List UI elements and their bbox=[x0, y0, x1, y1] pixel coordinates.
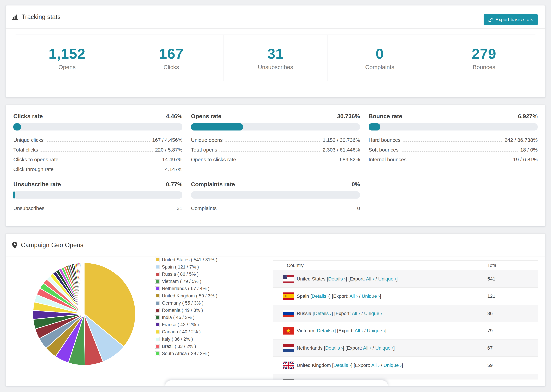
rate-row: Hard bounces242 / 86.738% bbox=[369, 135, 538, 145]
stat-label: Complaints bbox=[365, 64, 394, 70]
stats-summary-row: 1,152Opens167Clicks31Unsubscribes0Compla… bbox=[15, 35, 536, 81]
export-unique-link[interactable]: Unique › bbox=[378, 276, 396, 281]
tracking-stats-header: Tracking stats Export basic stats bbox=[6, 6, 545, 29]
opens-rate-block: Opens rate30.736%Unique opens1,152 / 30.… bbox=[191, 113, 360, 174]
export-unique-link[interactable]: Unique › bbox=[362, 294, 380, 299]
rate-header: Clicks rate4.46% bbox=[13, 113, 182, 119]
rate-row-value: 31 bbox=[177, 205, 182, 211]
legend-item: Germany ( 55 / 3% ) bbox=[155, 300, 217, 307]
clicks-rate-block: Clicks rate4.46%Unique clicks167 / 4.456… bbox=[13, 113, 182, 174]
stat-box-unsubscribes: 31Unsubscribes bbox=[224, 35, 328, 81]
rate-row-value: 4.147% bbox=[165, 166, 182, 172]
stat-box-complaints: 0Complaints bbox=[328, 35, 432, 81]
export-button-label: Export basic stats bbox=[495, 17, 533, 22]
stat-box-bounces: 279Bounces bbox=[432, 35, 536, 81]
rate-row: Total opens2,303 / 61.446% bbox=[191, 145, 360, 155]
details-link[interactable]: Details › bbox=[328, 276, 346, 281]
rate-row-value: 242 / 86.738% bbox=[505, 137, 538, 143]
rate-row-value: 2,303 / 61.446% bbox=[323, 147, 360, 153]
rate-row: Internal bounces19 / 6.81% bbox=[369, 155, 538, 165]
dotted-leader bbox=[46, 141, 150, 142]
rate-row-label: Unsubscribes bbox=[13, 205, 44, 211]
rate-value: 0.77% bbox=[166, 181, 182, 188]
legend-swatch bbox=[155, 315, 160, 320]
dotted-leader bbox=[401, 151, 518, 152]
export-all-link[interactable]: All › bbox=[349, 294, 358, 299]
dotted-leader bbox=[219, 151, 320, 152]
rate-title: Clicks rate bbox=[13, 113, 43, 119]
legend-item: Vietnam ( 79 / 5% ) bbox=[155, 278, 217, 285]
bar-chart-icon bbox=[12, 14, 18, 20]
rate-row-value: 14.497% bbox=[162, 157, 182, 162]
details-link[interactable]: Details › bbox=[312, 294, 329, 299]
export-all-link[interactable]: All › bbox=[352, 311, 360, 316]
stat-value: 1,152 bbox=[49, 45, 85, 62]
progress-bar bbox=[191, 191, 360, 199]
legend-label: India ( 46 / 3% ) bbox=[162, 315, 195, 320]
stat-value: 0 bbox=[376, 45, 384, 62]
rate-value: 0% bbox=[352, 181, 360, 188]
dotted-leader bbox=[41, 151, 153, 152]
legend-label: Germany ( 55 / 3% ) bbox=[162, 301, 204, 306]
rates-card: Clicks rate4.46%Unique clicks167 / 4.456… bbox=[6, 105, 545, 226]
dotted-leader bbox=[409, 161, 511, 161]
legend-swatch bbox=[155, 258, 160, 262]
rate-title: Bounce rate bbox=[369, 113, 402, 119]
rate-row: Total clicks220 / 5.87% bbox=[13, 145, 182, 155]
details-link[interactable]: Details › bbox=[314, 311, 332, 316]
progress-bar bbox=[369, 123, 538, 131]
rate-row-label: Clicks to opens rate bbox=[13, 157, 58, 162]
rate-row-label: Total opens bbox=[191, 147, 217, 153]
legend-item: France ( 42 / 2% ) bbox=[155, 321, 217, 328]
export-all-link[interactable]: All › bbox=[366, 276, 374, 281]
legend-item: Russia ( 86 / 5% ) bbox=[155, 271, 217, 278]
export-all-link[interactable]: All › bbox=[355, 328, 363, 333]
legend-swatch bbox=[155, 308, 160, 313]
export-unique-link[interactable]: Unique › bbox=[367, 328, 385, 333]
export-all-link[interactable]: All › bbox=[363, 345, 371, 351]
legend-label: France ( 42 / 2% ) bbox=[162, 322, 199, 327]
rate-row: Complaints0 bbox=[191, 203, 360, 213]
stat-value: 31 bbox=[267, 45, 283, 62]
rate-row: Unique clicks167 / 4.456% bbox=[13, 135, 182, 145]
export-basic-stats-button[interactable]: Export basic stats bbox=[484, 14, 538, 25]
legend-swatch bbox=[155, 272, 160, 276]
geo-card-header: Campaign Geo Opens bbox=[6, 234, 545, 257]
rate-value: 4.46% bbox=[166, 113, 182, 119]
details-link[interactable]: Details › bbox=[333, 363, 351, 368]
progress-bar bbox=[13, 123, 182, 131]
rate-row-label: Hard bounces bbox=[369, 137, 401, 143]
geo-table-row: ★Vietnam [Details ›] [Export: All › / Un… bbox=[273, 322, 538, 339]
rates-grid: Clicks rate4.46%Unique clicks167 / 4.456… bbox=[6, 105, 545, 213]
flag-de-icon bbox=[283, 379, 294, 380]
total-cell: 121 bbox=[487, 294, 495, 299]
stat-label: Clicks bbox=[163, 64, 179, 70]
export-icon bbox=[488, 17, 493, 22]
legend-item: United Kingdom ( 59 / 3% ) bbox=[155, 292, 217, 300]
export-unique-link[interactable]: Unique › bbox=[383, 363, 402, 368]
card-title: Tracking stats bbox=[21, 13, 61, 21]
rate-header: Bounce rate6.927% bbox=[369, 113, 538, 119]
legend-swatch bbox=[155, 337, 160, 341]
rate-header: Unsubscribe rate0.77% bbox=[13, 181, 182, 188]
total-cell: 86 bbox=[487, 311, 493, 316]
legend-item: United States ( 541 / 31% ) bbox=[155, 256, 217, 263]
legend-label: United States ( 541 / 31% ) bbox=[162, 257, 217, 263]
details-link[interactable]: Details › bbox=[325, 345, 343, 351]
export-unique-link[interactable]: Unique › bbox=[375, 345, 393, 351]
export-all-link[interactable]: All › bbox=[371, 363, 380, 368]
stat-label: Unsubscribes bbox=[258, 64, 293, 70]
geo-opens-pie-chart bbox=[27, 257, 141, 371]
rate-row-label: Soft bounces bbox=[369, 147, 399, 153]
rate-row-label: Unique clicks bbox=[13, 137, 44, 143]
rate-row-label: Click through rate bbox=[13, 166, 54, 172]
legend-item: Romania ( 49 / 3% ) bbox=[155, 307, 217, 314]
horizontal-scrollbar[interactable] bbox=[165, 380, 388, 386]
export-unique-link[interactable]: Unique › bbox=[364, 311, 382, 316]
dotted-leader bbox=[403, 141, 502, 142]
details-link[interactable]: Details › bbox=[317, 328, 335, 333]
legend-swatch bbox=[155, 265, 160, 269]
rate-row-value: 167 / 4.456% bbox=[152, 137, 182, 143]
rate-row-value: 0 bbox=[357, 205, 360, 211]
legend-swatch bbox=[155, 322, 160, 327]
